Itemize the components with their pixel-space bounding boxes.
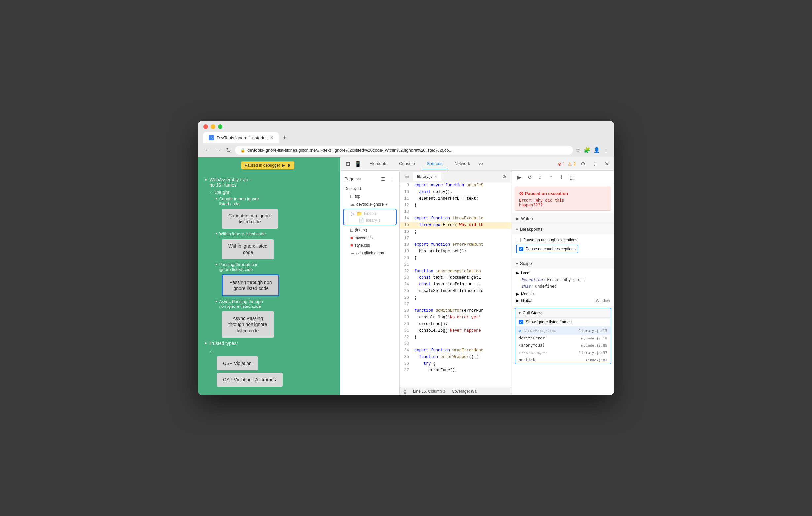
maximize-button[interactable]	[218, 124, 223, 129]
tab-close-button[interactable]: ×	[270, 134, 273, 141]
hidden-folder-item[interactable]: ▷ 📁 hidden	[345, 211, 395, 217]
top-item[interactable]: □ top	[340, 192, 399, 200]
library-js-item[interactable]: 📄 library.js	[345, 217, 395, 223]
csp-violation-button[interactable]: CSP Violation	[216, 356, 258, 370]
format-button[interactable]: ⊕	[500, 172, 509, 181]
step-over-button[interactable]: ↺	[525, 173, 534, 182]
show-ignore-frames-checkbox[interactable]: ✓	[519, 320, 523, 324]
code-line: 22 function ignoredcspviolation	[400, 268, 512, 275]
tab-sources[interactable]: Sources	[422, 158, 448, 169]
play-icon[interactable]: ▶	[282, 163, 285, 168]
call-stack-frame-throw[interactable]: ⊳ throwException library.js:15	[515, 327, 611, 335]
tab-elements[interactable]: Elements	[364, 158, 393, 169]
pause-caught-checkbox[interactable]: ✓	[519, 247, 523, 251]
device-toolbar-button[interactable]: 📱	[353, 159, 363, 169]
global-scope-header[interactable]: ▶ Global Window	[516, 298, 610, 303]
code-line: 24 const insertionPoint = ...	[400, 281, 512, 288]
back-button[interactable]: ←	[203, 147, 211, 154]
caught-non-ignore-button[interactable]: Caught in non ignorelisted code	[222, 209, 278, 229]
code-line: 18 export function errorFromRunt	[400, 242, 512, 248]
code-statusbar: {} Line 15, Column 3 Coverage: n/a	[400, 387, 512, 395]
resume-button[interactable]: ▶	[515, 173, 524, 182]
library-js-tab[interactable]: library.js ×	[413, 172, 441, 181]
frame-onclick-loc: (index):83	[586, 358, 607, 362]
call-stack-header[interactable]: ▾ Call Stack	[515, 308, 611, 318]
style-css-label: style.css	[355, 243, 370, 248]
call-stack-frame-wrapper[interactable]: errorWrapper library.js:37	[515, 349, 611, 356]
record-icon[interactable]: ⏺	[287, 163, 291, 168]
module-scope-header[interactable]: ▶ Module	[516, 292, 610, 296]
style-css-item[interactable]: ■ style.css	[340, 242, 399, 249]
step-out-button[interactable]: ↑	[546, 173, 555, 182]
close-button[interactable]	[203, 124, 208, 129]
sync-button[interactable]: ⋮	[389, 176, 396, 182]
menu-icon[interactable]: ⋮	[603, 147, 609, 153]
step-into-button[interactable]: ⤴	[536, 173, 545, 182]
code-line: 31 console.log('Never happene	[400, 328, 512, 334]
overflow-icon[interactable]: >>	[357, 177, 361, 181]
watch-header[interactable]: ▶ Watch	[512, 213, 614, 224]
mycode-js-item[interactable]: ■ mycode.js	[340, 234, 399, 242]
step-button[interactable]: ⤵	[557, 173, 566, 182]
more-tabs-button[interactable]: >>	[476, 160, 485, 168]
async-passing-button[interactable]: Async Passingthrough non ignorelisted co…	[222, 311, 274, 337]
sidebar-toggle-button[interactable]: ☰	[380, 176, 386, 182]
this-key: this:	[521, 284, 533, 289]
csp-violation-all-button[interactable]: CSP Violation - All frames	[216, 373, 283, 387]
devtools-ignore-item[interactable]: ☁ devtools-ignore ▾	[340, 200, 399, 208]
refresh-button[interactable]: ↻	[225, 147, 232, 154]
file-tree: Page >> ☰ ⋮ Deployed □ top	[340, 171, 400, 395]
more-options-button[interactable]: ⋮	[590, 159, 600, 169]
traffic-lights	[203, 124, 609, 129]
extension-icon[interactable]: 🧩	[584, 147, 590, 153]
tab-network[interactable]: Network	[449, 158, 476, 169]
scope-header[interactable]: ▾ Scope	[512, 258, 614, 269]
profile-icon[interactable]: 👤	[593, 147, 600, 153]
this-scope-item: this: undefined	[521, 283, 610, 290]
code-line: 37 errorFunc();	[400, 367, 512, 374]
address-bar-row: ← → ↻ 🔒 devtools-ignore-list-stories.gli…	[198, 143, 614, 157]
page-tab[interactable]: Page	[344, 177, 354, 181]
call-stack-frame-anon[interactable]: (anonymous) mycode.js:89	[515, 342, 611, 349]
local-scope-header[interactable]: ▶ Local	[516, 271, 610, 275]
within-ignore-button[interactable]: Within ignore listedcode	[222, 239, 274, 259]
cloud-icon: ☁	[350, 202, 354, 207]
hidden-folder-group: ▷ 📁 hidden 📄 library.js	[343, 209, 397, 225]
breakpoints-header[interactable]: ▾ Breakpoints	[512, 224, 614, 234]
module-chevron-icon: ▶	[516, 292, 519, 296]
close-tab-button[interactable]: ×	[434, 174, 437, 179]
cdn-item[interactable]: ☁ cdn.glitch.globa	[340, 249, 399, 257]
settings-button[interactable]: ⚙	[578, 159, 587, 169]
error-circle-icon: ⊗	[519, 190, 523, 196]
code-line: 29 console.log('No error yet'	[400, 314, 512, 321]
deactivate-breakpoints-button[interactable]: ⬚	[568, 173, 577, 182]
passing-through-label: Passing through nonignore listed code	[219, 262, 258, 272]
index-item[interactable]: □ (index)	[340, 226, 399, 234]
forward-button[interactable]: →	[214, 147, 222, 154]
tab-console[interactable]: Console	[394, 158, 420, 169]
pause-uncaught-checkbox[interactable]	[516, 238, 521, 242]
code-line: 35 function errorWrapper() {	[400, 354, 512, 361]
passing-through-button[interactable]: Passing through nonignore listed code	[222, 274, 279, 296]
frame-throw-loc: library.js:15	[579, 329, 607, 333]
tab-title: DevTools ignore list stories	[216, 135, 268, 140]
inspect-element-button[interactable]: ⊡	[343, 159, 352, 169]
code-tab-bar: ☰ library.js × ⊕	[400, 171, 512, 182]
paused-text: Paused in debugger	[244, 163, 280, 168]
close-devtools-button[interactable]: ✕	[602, 159, 611, 169]
minimize-button[interactable]	[211, 124, 215, 129]
new-tab-button[interactable]: +	[279, 132, 290, 143]
scope-label: Scope	[520, 261, 532, 266]
code-line: 36 try {	[400, 361, 512, 367]
toggle-drawer-button[interactable]: ☰	[402, 172, 412, 181]
code-line-highlighted: 15 throw new Error('Why did th	[400, 222, 512, 229]
debug-controls: ▶ ↺ ⤴ ↑ ⤵ ⬚	[512, 171, 614, 184]
frame-do-loc: mycode.js:18	[581, 336, 607, 340]
bookmark-icon[interactable]: ☆	[576, 147, 580, 153]
address-bar[interactable]: 🔒 devtools-ignore-list-stories.glitch.me…	[235, 146, 573, 155]
async-passing-label: Async Passing throughnon ignore listed c…	[219, 299, 263, 309]
browser-tab[interactable]: 🔧 DevTools ignore list stories ×	[203, 132, 279, 143]
code-area[interactable]: 9 export async function unsafeS 10 await…	[400, 182, 512, 387]
call-stack-frame-do[interactable]: doWithError mycode.js:18	[515, 335, 611, 342]
call-stack-frame-onclick[interactable]: onclick (index):83	[515, 356, 611, 364]
